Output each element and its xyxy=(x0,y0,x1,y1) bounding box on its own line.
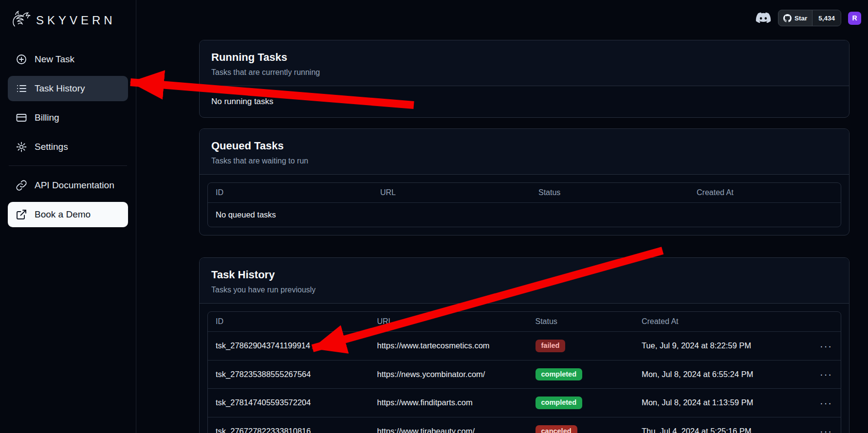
queued-tasks-card: Queued Tasks Tasks that are waiting to r… xyxy=(199,128,850,235)
column-header-created-at: Created At xyxy=(689,183,841,202)
nav-label: Task History xyxy=(35,83,85,94)
table-row[interactable]: tsk_278235388555267564 https://news.ycom… xyxy=(208,360,841,389)
github-star-label: Star xyxy=(794,15,807,22)
skyvern-logo xyxy=(10,9,31,32)
github-icon xyxy=(783,14,792,22)
nav-label: Settings xyxy=(35,142,68,152)
table-row[interactable]: tsk_276727822333810816 https://www.tirab… xyxy=(208,417,841,433)
created-at-cell: Mon, Jul 8, 2024 at 6:55:24 PM xyxy=(634,362,809,387)
gear-icon xyxy=(16,141,27,153)
created-at-cell: Tue, Jul 9, 2024 at 8:22:59 PM xyxy=(634,333,809,358)
task-id-cell: tsk_278235388555267564 xyxy=(208,362,369,387)
external-link-icon xyxy=(16,209,27,220)
row-actions-button[interactable]: ··· xyxy=(817,340,835,352)
status-badge: completed xyxy=(536,397,583,409)
created-at-cell: Mon, Jul 8, 2024 at 1:13:59 PM xyxy=(634,390,809,415)
credit-card-icon xyxy=(16,112,27,124)
table-row[interactable]: tsk_278629043741199914 https://www.tarte… xyxy=(208,331,841,360)
status-badge: canceled xyxy=(536,425,577,433)
queued-tasks-subtitle: Tasks that are waiting to run xyxy=(211,157,837,165)
column-header-id: ID xyxy=(208,312,369,331)
queued-tasks-title: Queued Tasks xyxy=(211,140,837,152)
column-header-status: Status xyxy=(528,312,634,331)
column-header-created-at: Created At xyxy=(634,312,809,331)
running-tasks-title: Running Tasks xyxy=(211,51,837,64)
row-actions-button[interactable]: ··· xyxy=(817,397,835,409)
task-id-cell: tsk_276727822333810816 xyxy=(208,419,369,433)
running-tasks-header: Running Tasks Tasks that are currently r… xyxy=(200,40,849,86)
sidebar-item-billing[interactable]: Billing xyxy=(8,105,128,130)
brand: SKYVERN xyxy=(8,8,128,33)
task-url-cell: https://www.tirabeauty.com/ xyxy=(369,419,528,433)
task-url-cell: https://www.tartecosmetics.com xyxy=(369,333,528,358)
avatar[interactable]: R xyxy=(848,12,861,25)
brand-name: SKYVERN xyxy=(36,14,116,27)
list-icon xyxy=(16,83,27,94)
sidebar-item-task-history[interactable]: Task History xyxy=(8,76,128,101)
status-badge: completed xyxy=(536,368,583,381)
running-tasks-card: Running Tasks Tasks that are currently r… xyxy=(199,40,850,118)
column-header-status: Status xyxy=(531,183,689,202)
task-url-cell: https://news.ycombinator.com/ xyxy=(369,362,528,387)
column-header-url: URL xyxy=(372,183,531,202)
sidebar-divider xyxy=(9,165,127,166)
sidebar-item-new-task[interactable]: New Task xyxy=(8,47,128,72)
topbar: Star 5,434 R SI xyxy=(756,9,868,27)
row-actions-button[interactable]: ··· xyxy=(817,425,835,433)
table-row[interactable]: tsk_278147405593572204 https://www.findi… xyxy=(208,388,841,417)
status-badge: failed xyxy=(536,340,566,352)
task-history-table: ID URL Status Created At tsk_27862904374… xyxy=(207,311,841,433)
task-id-cell: tsk_278629043741199914 xyxy=(208,333,369,358)
link-icon xyxy=(16,180,27,191)
task-history-title: Task History xyxy=(211,269,837,281)
nav-label: Book a Demo xyxy=(35,209,91,220)
discord-icon[interactable] xyxy=(756,12,771,24)
nav-label: New Task xyxy=(35,54,74,65)
column-header-url: URL xyxy=(369,312,528,331)
table-header-row: ID URL Status Created At xyxy=(208,183,841,202)
sidebar-item-book-a-demo[interactable]: Book a Demo xyxy=(8,202,128,227)
task-id-cell: tsk_278147405593572204 xyxy=(208,390,369,415)
queued-tasks-header: Queued Tasks Tasks that are waiting to r… xyxy=(200,129,849,175)
main-content: Running Tasks Tasks that are currently r… xyxy=(199,40,850,433)
sidebar: SKYVERN New Task Task History Billing S xyxy=(0,0,136,433)
queued-tasks-table: ID URL Status Created At No queued tasks xyxy=(207,182,841,227)
task-history-card: Task History Tasks you have run previous… xyxy=(199,257,850,433)
running-tasks-subtitle: Tasks that are currently running xyxy=(211,68,837,77)
column-header-actions xyxy=(809,316,841,327)
github-star-count: 5,434 xyxy=(813,10,841,26)
column-header-id: ID xyxy=(208,183,372,202)
running-tasks-empty-state: No running tasks xyxy=(200,86,849,117)
avatar-initial: R xyxy=(852,14,857,22)
plus-circle-icon xyxy=(16,54,27,65)
sidebar-nav: New Task Task History Billing Settings xyxy=(8,47,128,160)
row-actions-button[interactable]: ··· xyxy=(817,368,835,380)
empty-row: No queued tasks xyxy=(208,202,841,227)
created-at-cell: Thu, Jul 4, 2024 at 5:25:16 PM xyxy=(634,419,809,433)
queued-tasks-empty-state: No queued tasks xyxy=(208,203,841,227)
sidebar-item-api-documentation[interactable]: API Documentation xyxy=(8,173,128,198)
nav-label: Billing xyxy=(35,112,59,123)
task-url-cell: https://www.finditparts.com xyxy=(369,390,528,415)
task-history-header: Task History Tasks you have run previous… xyxy=(200,258,849,304)
task-history-subtitle: Tasks you have run previously xyxy=(211,286,837,294)
github-star-widget[interactable]: Star 5,434 xyxy=(778,10,841,26)
sidebar-item-settings[interactable]: Settings xyxy=(8,134,128,160)
nav-label: API Documentation xyxy=(35,180,114,191)
table-header-row: ID URL Status Created At xyxy=(208,312,841,331)
